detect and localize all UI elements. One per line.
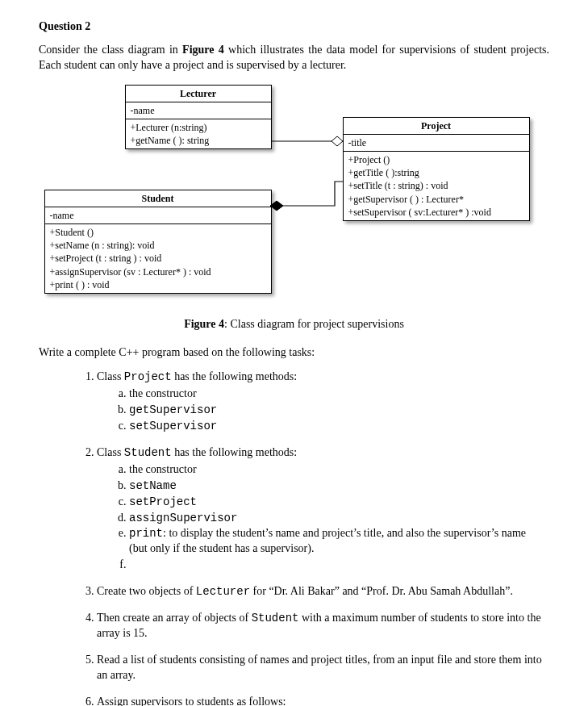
uml-project-op2: +getTitle ( ):string [348,166,524,179]
task-1-sub-b-code: getSupervisor [129,403,217,416]
task-1-code: Project [124,370,172,383]
document-page: Question 2 Consider the class diagram in… [0,0,588,706]
task-2: Class Student has the following methods:… [97,445,549,573]
task-3-b: for “Dr. Ali Bakar” and “Prof. Dr. Abu S… [250,585,513,597]
uml-lecturer: Lecturer -name +Lecturer (n:string) +get… [125,85,272,150]
uml-diagram: Lecturer -name +Lecturer (n:string) +get… [44,85,544,311]
task-1-a: Class [97,370,124,382]
svg-marker-0 [332,136,343,146]
task-6-lead: Assign supervisors to students as follow… [97,696,286,706]
task-3-code: Lecturer [196,585,250,598]
task-4-a: Then create an array of objects of [97,612,252,624]
task-2-sub-e-rest: : to display the student’s name and proj… [129,527,526,554]
figure4-ref: Figure 4 [182,44,224,56]
task-1: Class Project has the following methods:… [97,370,549,434]
write-instruction: Write a complete C++ program based on th… [39,345,549,361]
task-2-sub-a: the constructor [129,462,544,478]
task-2-sub-d: assignSupervisor [129,511,544,526]
uml-project: Project -title +Project () +getTitle ( )… [343,117,530,221]
figure-caption: Figure 4: Class diagram for project supe… [39,317,549,332]
task-2-sub-c: setProject [129,495,544,510]
question-title: Question 2 [39,19,549,35]
figure-caption-label: Figure 4 [184,318,224,330]
task-1-sub-b: getSupervisor [129,403,544,418]
task-1-sub-a: the constructor [129,386,544,402]
task-1-sub: the constructor getSupervisor setSupervi… [97,386,544,434]
uml-lecturer-title: Lecturer [126,86,271,102]
task-2-sub-e: print: to display the student’s name and… [129,526,544,557]
task-3-a: Create two objects of [97,585,196,597]
task-4: Then create an array of objects of Stude… [97,611,549,641]
task-2-sub-d-code: assignSupervisor [129,512,237,524]
uml-student-op5: +print ( ) : void [50,278,266,291]
uml-student-title: Student [45,190,271,207]
task-2-sub-b: setName [129,478,544,494]
task-2-code: Student [124,446,172,459]
svg-marker-1 [270,201,283,211]
task-2-sub-f [129,558,544,573]
task-5: Read a list of students consisting of na… [97,653,549,683]
uml-lecturer-attr: -name [131,104,266,117]
figure-caption-text: : Class diagram for project supervisions [224,318,404,330]
task-list: Class Project has the following methods:… [39,370,549,706]
uml-student-attr: -name [50,209,266,222]
uml-project-op1: +Project () [348,153,524,166]
uml-lecturer-op2: +getName ( ): string [131,134,266,147]
uml-student-op3: +setProject (t : string ) : void [50,252,266,265]
uml-project-op4: +getSupervisor ( ) : Lecturer* [348,193,524,206]
task-2-sub: the constructor setName setProject assig… [97,462,544,573]
uml-lecturer-op1: +Lecturer (n:string) [131,121,266,134]
task-4-code: Student [252,612,299,625]
uml-student-op4: +assignSupervisor (sv : Lecturer* ) : vo… [50,265,266,278]
uml-project-title: Project [344,118,529,135]
uml-student-op1: +Student () [50,226,266,239]
task-2-sub-b-code: setName [129,479,177,492]
uml-student-op2: +setName (n : string): void [50,239,266,252]
uml-student: Student -name +Student () +setName (n : … [44,190,272,294]
intro-text-a: Consider the class diagram in [39,44,182,56]
intro-paragraph: Consider the class diagram in Figure 4 w… [39,43,549,73]
task-2-sub-c-code: setProject [129,495,197,508]
task-1-sub-c-code: setSupervisor [129,420,217,432]
task-2-a: Class [97,446,124,458]
task-2-b: has the following methods: [172,446,298,458]
task-3: Create two objects of Lecturer for “Dr. … [97,584,549,599]
task-6: Assign supervisors to students as follow… [97,695,549,706]
uml-project-op3: +setTitle (t : string) : void [348,179,524,192]
task-2-sub-e-code: print [129,527,163,540]
uml-project-attr: -title [348,136,524,149]
task-1-sub-c: setSupervisor [129,419,544,434]
task-1-b: has the following methods: [172,370,298,382]
uml-project-op5: +setSupervisor ( sv:Lecturer* ) :void [348,206,524,219]
